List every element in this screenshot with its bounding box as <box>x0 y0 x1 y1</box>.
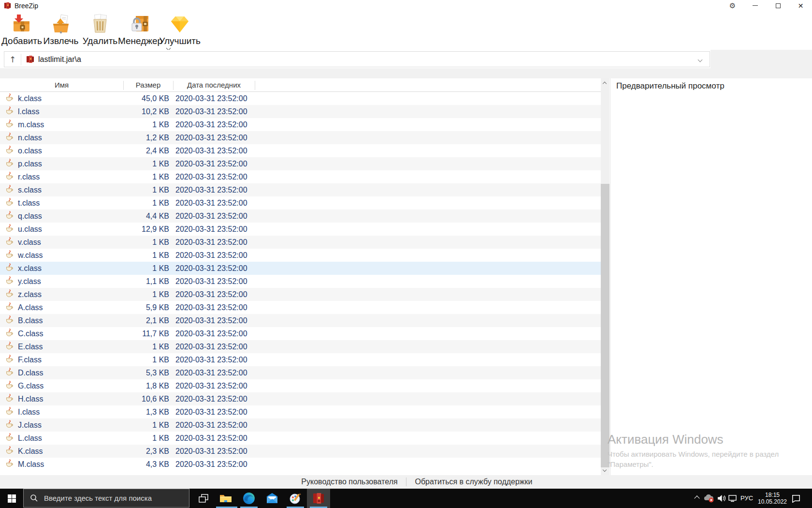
table-row[interactable]: H.class 10,6 KB 2020-03-31 23:52:00 <box>0 392 601 405</box>
file-size: 1,2 KB <box>123 134 169 142</box>
vertical-scrollbar[interactable] <box>601 78 609 475</box>
java-class-file-icon <box>5 394 14 404</box>
java-class-file-icon <box>5 394 14 403</box>
java-class-file-icon <box>5 381 14 391</box>
volume-tray-icon[interactable] <box>717 494 726 502</box>
file-name: k.class <box>18 94 42 103</box>
table-row[interactable]: G.class 1,8 KB 2020-03-31 23:52:00 <box>0 379 601 392</box>
java-class-file-icon <box>5 368 14 376</box>
file-name-cell: w.class <box>0 250 123 261</box>
contact-support-link[interactable]: Обратиться в службу поддержки <box>415 475 532 489</box>
onedrive-tray-icon[interactable] <box>703 494 714 503</box>
breezip-taskbar-button[interactable] <box>307 489 330 508</box>
table-row[interactable]: k.class 45,0 KB 2020-03-31 23:52:00 <box>0 92 601 105</box>
language-indicator[interactable]: РУС <box>740 489 753 508</box>
address-bar[interactable]: ↑ lastlimit.jar\a <box>4 51 710 67</box>
search-input[interactable] <box>43 493 178 503</box>
table-row[interactable]: q.class 4,4 KB 2020-03-31 23:52:00 <box>0 209 601 223</box>
extract-button[interactable]: Извлечь <box>43 13 79 46</box>
table-row[interactable]: s.class 1 KB 2020-03-31 23:52:00 <box>0 183 601 196</box>
table-row[interactable]: J.class 1 KB 2020-03-31 23:52:00 <box>0 418 601 432</box>
java-class-file-icon <box>5 211 14 220</box>
table-row[interactable]: M.class 4,3 KB 2020-03-31 23:52:00 <box>0 458 601 471</box>
file-size: 12,9 KB <box>123 225 169 234</box>
action-center-icon[interactable] <box>792 494 800 503</box>
delete-button[interactable]: Удалить <box>81 13 119 46</box>
table-row[interactable]: n.class 1,2 KB 2020-03-31 23:52:00 <box>0 131 601 144</box>
table-row[interactable]: m.class 1 KB 2020-03-31 23:52:00 <box>0 118 601 131</box>
table-row[interactable]: l.class 10,2 KB 2020-03-31 23:52:00 <box>0 105 601 118</box>
file-date: 2020-03-31 23:52:00 <box>175 264 247 273</box>
table-row[interactable]: F.class 1 KB 2020-03-31 23:52:00 <box>0 353 601 366</box>
table-row[interactable]: o.class 2,4 KB 2020-03-31 23:52:00 <box>0 144 601 157</box>
manager-icon <box>130 13 151 34</box>
start-button[interactable] <box>0 489 23 508</box>
table-row[interactable]: I.class 1,3 KB 2020-03-31 23:52:00 <box>0 405 601 418</box>
column-header-size[interactable]: Размер <box>123 78 173 92</box>
extract-icon <box>50 13 72 34</box>
table-row[interactable]: t.class 1 KB 2020-03-31 23:52:00 <box>0 196 601 209</box>
table-row[interactable]: v.class 1 KB 2020-03-31 23:52:00 <box>0 236 601 249</box>
file-name-cell: q.class <box>0 211 123 222</box>
table-row[interactable]: C.class 11,7 KB 2020-03-31 23:52:00 <box>0 327 601 340</box>
java-class-file-icon <box>5 120 14 128</box>
close-button[interactable]: ✕ <box>789 0 812 11</box>
java-class-file-icon <box>5 407 14 416</box>
column-header-date[interactable]: Дата последних изменени <box>173 78 255 92</box>
table-row[interactable]: K.class 2,3 KB 2020-03-31 23:52:00 <box>0 445 601 458</box>
java-class-file-icon <box>5 355 14 365</box>
file-explorer-icon <box>219 492 232 505</box>
table-row[interactable]: y.class 1,1 KB 2020-03-31 23:52:00 <box>0 275 601 288</box>
java-class-file-icon <box>5 263 14 272</box>
table-row[interactable]: A.class 5,9 KB 2020-03-31 23:52:00 <box>0 301 601 314</box>
file-name: B.class <box>18 316 43 325</box>
scrollbar-thumb[interactable] <box>601 184 609 467</box>
java-class-file-icon <box>5 93 14 104</box>
paint3d-button[interactable] <box>284 489 307 508</box>
settings-button[interactable]: ⚙ <box>721 0 744 11</box>
java-class-file-icon <box>5 381 14 389</box>
address-dropdown-chevron-icon[interactable] <box>698 58 703 62</box>
taskbar-clock[interactable]: 18:15 10.05.2022 <box>755 492 789 505</box>
manager-button[interactable]: Менеджер <box>119 13 161 46</box>
scroll-down-arrow-icon[interactable] <box>603 468 607 472</box>
file-date: 2020-03-31 23:52:00 <box>175 147 247 155</box>
file-name: F.class <box>18 356 42 364</box>
tray-expand-chevron-icon[interactable] <box>694 495 699 501</box>
improve-button[interactable]: Улучшить <box>160 13 199 46</box>
scroll-up-arrow-icon[interactable] <box>603 82 607 86</box>
table-row[interactable]: L.class 1 KB 2020-03-31 23:52:00 <box>0 432 601 445</box>
user-guide-link[interactable]: Руководство пользователя <box>301 475 397 489</box>
table-row[interactable]: B.class 2,1 KB 2020-03-31 23:52:00 <box>0 314 601 327</box>
file-name: v.class <box>18 238 41 247</box>
file-explorer-button[interactable] <box>214 489 237 508</box>
table-row[interactable]: u.class 12,9 KB 2020-03-31 23:52:00 <box>0 223 601 236</box>
file-name: q.class <box>18 212 42 221</box>
table-row[interactable]: p.class 1 KB 2020-03-31 23:52:00 <box>0 157 601 170</box>
edge-button[interactable] <box>237 489 261 508</box>
minimize-button[interactable] <box>744 0 767 11</box>
file-size: 11,7 KB <box>123 329 169 338</box>
address-path[interactable]: lastlimit.jar\a <box>38 55 81 64</box>
mail-button[interactable] <box>261 489 284 508</box>
file-name: p.class <box>18 160 42 168</box>
table-row[interactable]: w.class 1 KB 2020-03-31 23:52:00 <box>0 249 601 262</box>
table-row[interactable]: D.class 5,3 KB 2020-03-31 23:52:00 <box>0 366 601 379</box>
file-size: 1 KB <box>123 290 169 299</box>
file-name: t.class <box>18 199 40 208</box>
java-class-file-icon <box>5 446 14 455</box>
task-view-button[interactable] <box>192 489 215 508</box>
table-row[interactable]: r.class 1 KB 2020-03-31 23:52:00 <box>0 170 601 183</box>
up-directory-button[interactable]: ↑ <box>4 55 21 64</box>
table-row[interactable]: z.class 1 KB 2020-03-31 23:52:00 <box>0 288 601 301</box>
taskbar-search[interactable] <box>23 489 189 508</box>
table-row[interactable]: E.class 1 KB 2020-03-31 23:52:00 <box>0 340 601 353</box>
file-size: 4,4 KB <box>123 212 169 221</box>
table-row[interactable]: x.class 1 KB 2020-03-31 23:52:00 <box>0 262 601 275</box>
file-name: o.class <box>18 147 42 155</box>
java-class-file-icon <box>5 289 14 298</box>
add-button[interactable]: Добавить <box>1 13 43 46</box>
column-header-name[interactable]: Имя <box>0 78 123 92</box>
maximize-button[interactable] <box>767 0 789 11</box>
network-tray-icon[interactable] <box>728 495 738 502</box>
